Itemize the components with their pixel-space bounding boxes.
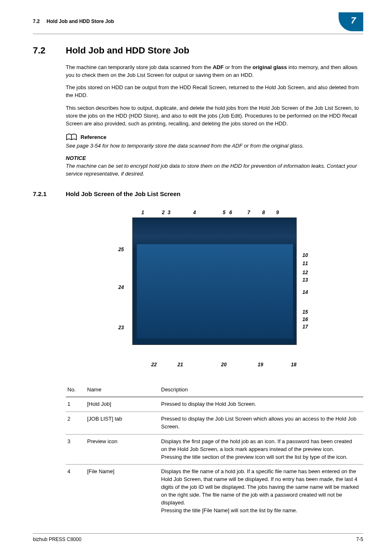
callout: 14 (302, 289, 308, 296)
description-table: No. Name Description 1 [Hold Job] Presse… (66, 383, 363, 518)
figure: 1 2 3 4 5 6 7 8 9 10 11 12 13 14 15 16 1… (66, 207, 363, 374)
callout: 18 (291, 361, 296, 368)
footer-page: 7-5 (356, 536, 363, 543)
cell-desc: Pressed to display the Job List Screen w… (159, 412, 363, 435)
table-row: 2 [JOB LIST] tab Pressed to display the … (66, 412, 363, 435)
cell-name: [File Name] (85, 465, 159, 518)
table-row: 3 Preview icon Displays the first page o… (66, 434, 363, 465)
callout: 5 (223, 209, 226, 216)
paragraph: The jobs stored on HDD can be output fro… (66, 84, 363, 99)
th-name: Name (85, 383, 159, 397)
cell-no: 2 (66, 412, 85, 435)
cell-no: 3 (66, 434, 85, 465)
subsection-title: Hold Job Screen of the Job List Screen (66, 190, 180, 199)
running-header-left: 7.2 Hold Job and HDD Store Job (33, 18, 114, 25)
rh-section-title: Hold Job and HDD Store Job (46, 18, 114, 24)
cell-name: [Hold Job] (85, 397, 159, 412)
callout: 23 (118, 324, 124, 331)
cell-no: 1 (66, 397, 85, 412)
callout: 19 (258, 361, 263, 368)
callout: 11 (302, 260, 308, 267)
table-row: 4 [File Name] Displays the file name of … (66, 465, 363, 518)
table-row: 1 [Hold Job] Pressed to display the Hold… (66, 397, 363, 412)
callout: 15 (302, 309, 308, 316)
subsection-heading: 7.2.1 Hold Job Screen of the Job List Sc… (33, 190, 363, 199)
table-header-row: No. Name Description (66, 383, 363, 397)
callout: 24 (118, 284, 124, 291)
cell-desc: Displays the file name of a hold job. If… (159, 465, 363, 518)
callout: 9 (276, 209, 279, 216)
cell-name: Preview icon (85, 434, 159, 465)
cell-desc: Displays the first page of the hold job … (159, 434, 363, 465)
callout: 7 (247, 209, 250, 216)
th-desc: Description (159, 383, 363, 397)
callout: 10 (302, 252, 308, 259)
th-no: No. (66, 383, 85, 397)
subsection-number: 7.2.1 (33, 190, 66, 199)
rh-section-no: 7.2 (33, 18, 40, 24)
paragraph: The machine can temporarily store job da… (66, 64, 363, 79)
reference-heading: Reference (66, 134, 363, 141)
callout: 13 (302, 277, 308, 284)
page-footer: bizhub PRESS C8000 7-5 (33, 533, 363, 543)
paragraph: This section describes how to output, du… (66, 104, 363, 128)
callout: 17 (302, 324, 308, 331)
callout: 21 (178, 361, 183, 368)
notice-label: NOTICE (66, 155, 363, 162)
running-header: 7.2 Hold Job and HDD Store Job 7 (33, 12, 363, 31)
callout: 20 (221, 361, 226, 368)
reference-label: Reference (81, 134, 106, 141)
section-heading: 7.2 Hold Job and HDD Store Job (33, 44, 363, 57)
header-rule (33, 34, 363, 34)
notice-text: The machine can be set to encrypt hold j… (66, 162, 363, 178)
callout: 1 (141, 209, 144, 216)
callout: 4 (193, 209, 196, 216)
callout: 3 (168, 209, 171, 216)
cell-no: 4 (66, 465, 85, 518)
chapter-tab: 7 (339, 12, 363, 31)
callout: 22 (151, 361, 157, 368)
callout: 8 (262, 209, 265, 216)
section-title: Hold Job and HDD Store Job (66, 44, 189, 57)
book-icon (66, 134, 77, 141)
callout: 2 (162, 209, 165, 216)
cell-desc: Pressed to display the Hold Job Screen. (159, 397, 363, 412)
screenshot-placeholder (132, 217, 297, 345)
cell-name: [JOB LIST] tab (85, 412, 159, 435)
callout: 25 (118, 246, 124, 253)
callout: 12 (302, 269, 308, 276)
footer-product: bizhub PRESS C8000 (33, 536, 81, 543)
callout: 16 (302, 316, 308, 323)
section-number: 7.2 (33, 44, 66, 57)
reference-text: See page 3-54 for how to temporarily sto… (66, 142, 363, 150)
callout: 6 (229, 209, 232, 216)
